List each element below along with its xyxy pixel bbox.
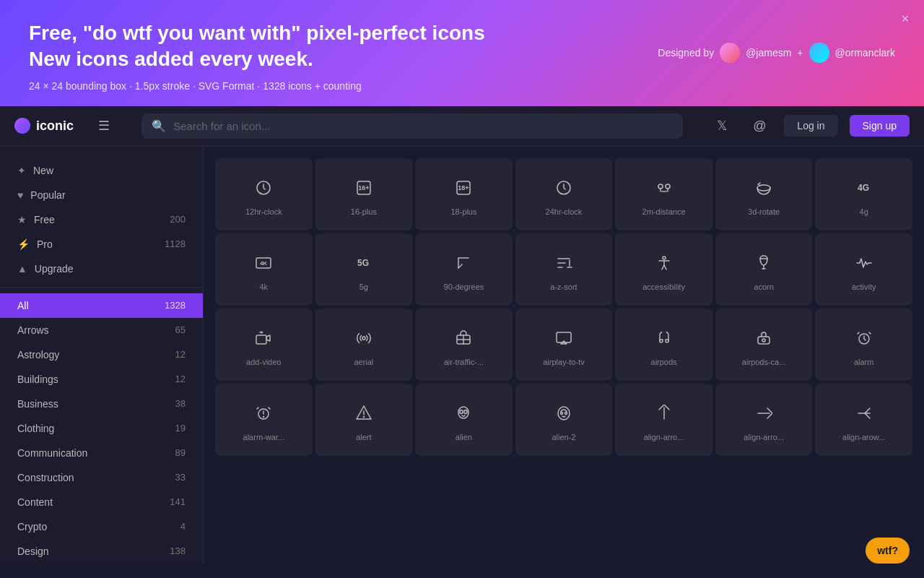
- sidebar-item-pro[interactable]: ⚡ Pro 1128: [0, 232, 203, 256]
- svg-point-8: [757, 185, 770, 191]
- icon-card-air-traffic[interactable]: air-traffic-...: [415, 309, 513, 381]
- icon-label-2m-distance: 2m-distance: [642, 207, 686, 217]
- icon-card-alarm-war[interactable]: alarm-war...: [215, 384, 313, 456]
- sidebar-item-free[interactable]: ★ Free 200: [0, 207, 203, 232]
- icon-card-a-z-sort[interactable]: a-z-sort: [515, 233, 613, 306]
- icon-card-90-degrees[interactable]: 90-degrees: [415, 233, 513, 306]
- sidebar-item-astrology[interactable]: Astrology 12: [0, 342, 203, 367]
- sidebar-label-communication: Communication: [17, 447, 87, 459]
- icon-label-90-degrees: 90-degrees: [444, 282, 484, 292]
- airpods-icon: [653, 327, 676, 350]
- search-icon: 🔍: [152, 119, 166, 133]
- sidebar-label-upgrade: Upgrade: [35, 263, 74, 275]
- alert-icon: [352, 402, 375, 425]
- icon-card-align-arro-1[interactable]: align-arro...: [615, 384, 712, 456]
- svg-point-22: [363, 416, 364, 417]
- upgrade-icon: ▲: [17, 263, 27, 275]
- alien-icon: [452, 402, 475, 425]
- signup-button[interactable]: Sign up: [850, 115, 910, 137]
- align-arow-3-icon: [853, 402, 876, 425]
- sidebar-label-construction: Construction: [17, 472, 74, 483]
- icon-card-16-plus[interactable]: 16+ 16-plus: [315, 158, 413, 230]
- svg-text:16+: 16+: [358, 184, 369, 191]
- svg-point-26: [558, 407, 570, 420]
- login-button[interactable]: Log in: [784, 115, 837, 137]
- sidebar-item-buildings[interactable]: Buildings 12: [0, 367, 203, 392]
- icon-card-alert[interactable]: alert: [315, 384, 413, 456]
- icon-card-acorn[interactable]: acorn: [715, 233, 813, 306]
- icon-card-activity[interactable]: activity: [815, 233, 912, 306]
- svg-point-14: [362, 337, 365, 340]
- icon-label-airpods: airpods: [651, 357, 677, 367]
- all-count: 1328: [165, 300, 186, 311]
- icon-card-24hr-clock[interactable]: 24hr-clock: [515, 158, 613, 230]
- svg-point-27: [560, 412, 562, 414]
- icon-card-airplay-to-tv[interactable]: airplay-to-tv: [515, 309, 613, 381]
- svg-point-13: [663, 256, 666, 259]
- icon-card-airpods[interactable]: airpods: [615, 309, 712, 381]
- icon-card-3d-rotate[interactable]: 3d-rotate: [715, 158, 813, 230]
- icon-card-5g[interactable]: 5G 5g: [315, 233, 413, 306]
- align-arro-1-icon: [653, 402, 676, 425]
- sidebar-item-clothing[interactable]: Clothing 19: [0, 416, 203, 441]
- sidebar-item-all[interactable]: All 1328: [0, 293, 203, 318]
- construction-count: 33: [175, 472, 186, 483]
- 4k-icon: 4K: [252, 251, 275, 275]
- search-input[interactable]: [173, 120, 673, 132]
- sidebar-item-content[interactable]: Content 141: [0, 490, 203, 514]
- logo-icon: [14, 118, 30, 134]
- 12hr-clock-icon: [252, 176, 275, 199]
- wtf-button[interactable]: wtf?: [866, 538, 910, 564]
- sidebar-item-new[interactable]: ✦ New: [0, 158, 203, 183]
- icon-label-a-z-sort: a-z-sort: [550, 282, 577, 292]
- announcement-banner: Free, "do wtf you want with" pixel-perfe…: [0, 0, 924, 106]
- icon-card-airpods-ca[interactable]: airpods-ca...: [715, 309, 813, 381]
- icon-label-4k: 4k: [259, 282, 268, 292]
- activity-icon: [853, 251, 876, 275]
- icon-card-alien[interactable]: alien: [415, 384, 513, 456]
- sidebar-item-popular[interactable]: ♥ Popular: [0, 183, 203, 207]
- icon-card-align-arro-2[interactable]: align-arro...: [715, 384, 813, 456]
- svg-point-24: [460, 410, 463, 413]
- sidebar-item-construction[interactable]: Construction 33: [0, 465, 203, 490]
- icon-card-accessibility[interactable]: accessibility: [615, 233, 712, 306]
- icon-card-12hr-clock[interactable]: 12hr-clock: [215, 158, 313, 230]
- twitter-icon[interactable]: 𝕏: [709, 113, 735, 139]
- logo[interactable]: iconic: [14, 118, 74, 134]
- icon-card-align-arow-3[interactable]: align-arow...: [815, 384, 912, 456]
- icon-card-add-video[interactable]: add-video: [215, 309, 313, 381]
- hamburger-button[interactable]: ☰: [92, 112, 116, 139]
- 24hr-clock-icon: [552, 176, 575, 199]
- sidebar-item-communication[interactable]: Communication 89: [0, 441, 203, 465]
- sidebar-item-design[interactable]: Design 138: [0, 539, 203, 563]
- icon-card-2m-distance[interactable]: 2m-distance: [615, 158, 712, 230]
- svg-point-6: [658, 184, 663, 189]
- close-button[interactable]: ×: [897, 10, 914, 27]
- svg-text:4K: 4K: [260, 260, 267, 267]
- acorn-icon: [752, 251, 775, 275]
- svg-text:18+: 18+: [458, 184, 469, 191]
- designed-by: Designed by @jamesm + @ormanclark: [658, 43, 895, 63]
- svg-text:4G: 4G: [858, 183, 869, 193]
- sidebar-item-arrows[interactable]: Arrows 65: [0, 318, 203, 342]
- icon-label-acorn: acorn: [754, 282, 774, 292]
- free-icon: ★: [17, 214, 27, 225]
- sidebar-item-crypto[interactable]: Crypto 4: [0, 514, 203, 539]
- icon-card-alarm[interactable]: alarm: [815, 309, 912, 381]
- icon-card-18-plus[interactable]: 18+ 18-plus: [415, 158, 513, 230]
- icon-card-alien-2[interactable]: alien-2: [515, 384, 613, 456]
- email-icon[interactable]: @: [746, 113, 772, 139]
- sidebar: ✦ New ♥ Popular ★ Free 200 ⚡ Pro 1128: [0, 147, 204, 563]
- sidebar-label-clothing: Clothing: [17, 423, 54, 434]
- svg-text:5G: 5G: [357, 258, 369, 268]
- sidebar-item-business[interactable]: Business 38: [0, 392, 203, 416]
- search-bar[interactable]: 🔍: [141, 113, 683, 139]
- icon-label-18-plus: 18-plus: [450, 207, 476, 217]
- icon-label-align-arow-3: align-arow...: [842, 432, 885, 442]
- icon-label-alert: alert: [356, 432, 371, 442]
- sidebar-item-upgrade[interactable]: ▲ Upgrade: [0, 256, 203, 281]
- icon-card-4g[interactable]: 4G 4g: [815, 158, 912, 230]
- icon-card-4k[interactable]: 4K 4k: [215, 233, 313, 306]
- alarm-war-icon: [252, 402, 275, 425]
- icon-card-aerial[interactable]: aerial: [315, 309, 413, 381]
